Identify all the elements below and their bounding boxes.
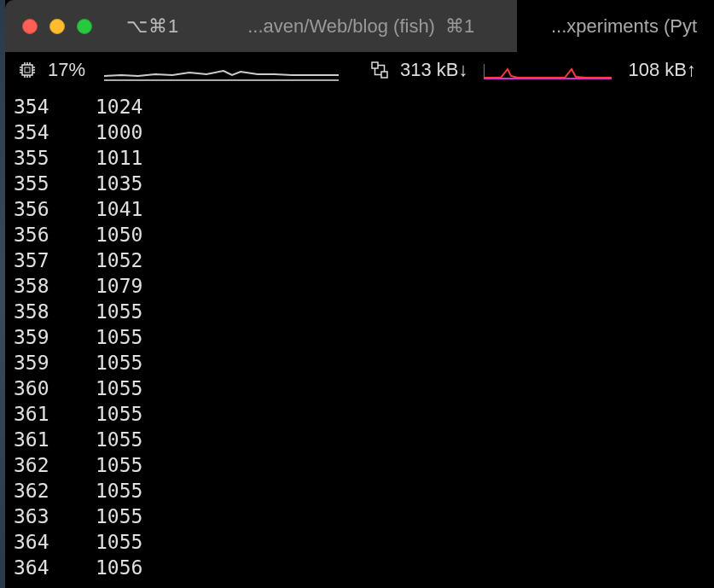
terminal-row: 3621055 xyxy=(14,452,705,478)
fullscreen-window-button[interactable] xyxy=(77,19,92,34)
svg-rect-1 xyxy=(25,67,30,73)
terminal-col1: 358 xyxy=(14,273,96,299)
terminal-col2: 1035 xyxy=(96,171,142,196)
network-download-value: 313 kB↓ xyxy=(400,59,468,81)
terminal-col2: 1011 xyxy=(96,145,142,171)
terminal-col2: 1052 xyxy=(96,247,142,273)
active-tab-shortcut: ⌘1 xyxy=(445,15,474,38)
terminal-col2: 1056 xyxy=(96,555,142,580)
terminal-row: 3641055 xyxy=(14,529,705,555)
terminal-col1: 362 xyxy=(14,478,96,504)
terminal-row: 3561041 xyxy=(14,196,705,222)
terminal-row: 3591055 xyxy=(14,350,705,376)
terminal-col2: 1055 xyxy=(96,401,142,427)
terminal-col1: 356 xyxy=(14,196,96,222)
terminal-col1: 359 xyxy=(14,324,96,350)
tab-hotkey-label: ⌥⌘1 xyxy=(126,15,179,38)
terminal-col2: 1024 xyxy=(96,94,142,119)
terminal-col1: 363 xyxy=(14,504,96,529)
terminal-col2: 1079 xyxy=(96,273,142,299)
terminal-row: 3581055 xyxy=(14,299,705,324)
terminal-col1: 354 xyxy=(14,119,96,145)
traffic-lights xyxy=(22,19,92,34)
svg-rect-0 xyxy=(22,65,32,75)
inactive-tab[interactable]: ...xperiments (Pyt xyxy=(517,0,714,53)
terminal-col1: 356 xyxy=(14,222,96,247)
terminal-col2: 1055 xyxy=(96,427,142,452)
terminal-row: 3551011 xyxy=(14,145,705,171)
svg-rect-15 xyxy=(381,72,387,78)
terminal-row: 3541000 xyxy=(14,119,705,145)
inactive-tab-title: ...xperiments (Pyt xyxy=(551,15,697,38)
terminal-row: 3591055 xyxy=(14,324,705,350)
terminal-col2: 1050 xyxy=(96,222,142,247)
terminal-col2: 1055 xyxy=(96,504,142,529)
svg-rect-14 xyxy=(372,62,378,68)
terminal-row: 3551035 xyxy=(14,171,705,196)
terminal-col2: 1000 xyxy=(96,119,142,145)
terminal-row: 3611055 xyxy=(14,401,705,427)
network-sparkline xyxy=(484,59,612,81)
terminal-col1: 360 xyxy=(14,376,96,401)
terminal-col2: 1055 xyxy=(96,350,142,376)
terminal-col1: 355 xyxy=(14,171,96,196)
active-tab[interactable]: ...aven/Web/blog (fish) ⌘1 xyxy=(247,15,474,38)
terminal-row: 3631055 xyxy=(14,504,705,529)
terminal-col1: 361 xyxy=(14,401,96,427)
cpu-percent-value: 17% xyxy=(48,59,85,81)
active-tab-title: ...aven/Web/blog (fish) xyxy=(247,15,435,38)
cpu-sparkline xyxy=(104,59,339,81)
terminal-col2: 1055 xyxy=(96,324,142,350)
terminal-row: 3581079 xyxy=(14,273,705,299)
terminal-row: 3621055 xyxy=(14,478,705,504)
terminal-row: 3601055 xyxy=(14,376,705,401)
close-window-button[interactable] xyxy=(22,19,38,34)
minimize-window-button[interactable] xyxy=(49,19,65,34)
terminal-col1: 361 xyxy=(14,427,96,452)
terminal-col1: 362 xyxy=(14,452,96,478)
window-left-edge xyxy=(0,0,5,588)
terminal-col1: 364 xyxy=(14,529,96,555)
terminal-col2: 1055 xyxy=(96,478,142,504)
terminal-row: 3611055 xyxy=(14,427,705,452)
terminal-col1: 364 xyxy=(14,555,96,580)
terminal-col2: 1055 xyxy=(96,452,142,478)
terminal-output[interactable]: 3541024354100035510113551035356104135610… xyxy=(5,87,714,587)
terminal-row: 3571052 xyxy=(14,247,705,273)
window-titlebar[interactable]: ⌥⌘1 ...aven/Web/blog (fish) ⌘1 xyxy=(5,0,517,53)
terminal-col2: 1055 xyxy=(96,376,142,401)
terminal-row: 3541024 xyxy=(14,94,705,119)
cpu-icon xyxy=(17,60,38,80)
terminal-col1: 355 xyxy=(14,145,96,171)
terminal-col2: 1055 xyxy=(96,529,142,555)
network-icon xyxy=(369,60,390,80)
terminal-row: 3641056 xyxy=(14,555,705,580)
terminal-col1: 359 xyxy=(14,350,96,376)
terminal-col2: 1055 xyxy=(96,299,142,324)
terminal-row: 3561050 xyxy=(14,222,705,247)
network-upload-value: 108 kB↑ xyxy=(629,59,697,81)
status-bar: 17% 313 kB↓ 108 kB↑ xyxy=(5,53,714,87)
terminal-col1: 357 xyxy=(14,247,96,273)
terminal-col1: 354 xyxy=(14,94,96,119)
terminal-col2: 1041 xyxy=(96,196,142,222)
terminal-col1: 358 xyxy=(14,299,96,324)
